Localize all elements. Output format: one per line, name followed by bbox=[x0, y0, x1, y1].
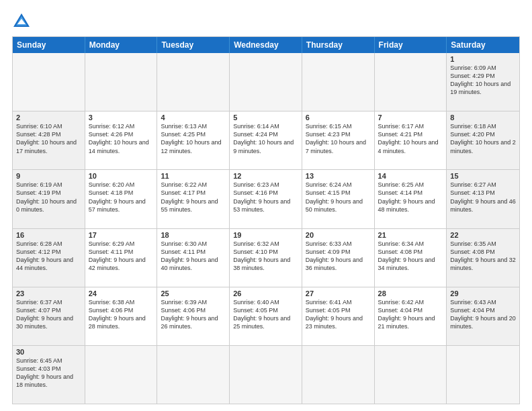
day-info: Sunrise: 6:10 AM Sunset: 4:28 PM Dayligh… bbox=[16, 122, 81, 155]
day-number: 8 bbox=[450, 113, 516, 122]
day-number: 14 bbox=[378, 172, 443, 180]
calendar-row-1: 2Sunrise: 6:10 AM Sunset: 4:28 PM Daylig… bbox=[13, 111, 519, 169]
calendar-cell: 6Sunrise: 6:15 AM Sunset: 4:23 PM Daylig… bbox=[302, 111, 375, 169]
day-info: Sunrise: 6:30 AM Sunset: 4:11 PM Dayligh… bbox=[161, 240, 226, 273]
calendar-cell: 5Sunrise: 6:14 AM Sunset: 4:24 PM Daylig… bbox=[230, 111, 302, 169]
day-number: 4 bbox=[161, 113, 226, 122]
calendar-cell bbox=[230, 53, 302, 111]
day-info: Sunrise: 6:23 AM Sunset: 4:16 PM Dayligh… bbox=[233, 181, 298, 214]
calendar-cell bbox=[302, 53, 375, 111]
header-day-thursday: Thursday bbox=[302, 37, 375, 53]
calendar-cell bbox=[375, 53, 447, 111]
calendar-cell bbox=[13, 53, 85, 111]
day-number: 2 bbox=[16, 113, 81, 122]
calendar-cell: 23Sunrise: 6:37 AM Sunset: 4:07 PM Dayli… bbox=[13, 287, 85, 345]
calendar-cell: 4Sunrise: 6:13 AM Sunset: 4:25 PM Daylig… bbox=[157, 111, 230, 169]
day-number: 10 bbox=[89, 172, 154, 180]
calendar-header: SundayMondayTuesdayWednesdayThursdayFrid… bbox=[13, 37, 519, 53]
calendar-cell bbox=[447, 346, 519, 404]
day-number: 3 bbox=[89, 113, 154, 122]
calendar-cell: 25Sunrise: 6:39 AM Sunset: 4:06 PM Dayli… bbox=[157, 287, 230, 345]
calendar-cell: 26Sunrise: 6:40 AM Sunset: 4:05 PM Dayli… bbox=[230, 287, 302, 345]
day-info: Sunrise: 6:38 AM Sunset: 4:06 PM Dayligh… bbox=[89, 298, 154, 331]
day-info: Sunrise: 6:40 AM Sunset: 4:05 PM Dayligh… bbox=[233, 298, 298, 331]
header-day-saturday: Saturday bbox=[447, 37, 519, 53]
day-info: Sunrise: 6:41 AM Sunset: 4:05 PM Dayligh… bbox=[306, 298, 371, 331]
day-info: Sunrise: 6:45 AM Sunset: 4:03 PM Dayligh… bbox=[16, 357, 81, 390]
header-day-wednesday: Wednesday bbox=[230, 37, 302, 53]
calendar-cell: 13Sunrise: 6:24 AM Sunset: 4:15 PM Dayli… bbox=[302, 170, 375, 228]
day-number: 1 bbox=[450, 55, 516, 63]
calendar-cell: 3Sunrise: 6:12 AM Sunset: 4:26 PM Daylig… bbox=[85, 111, 158, 169]
day-number: 19 bbox=[233, 231, 298, 239]
calendar-cell: 29Sunrise: 6:43 AM Sunset: 4:04 PM Dayli… bbox=[447, 287, 519, 345]
calendar-cell: 2Sunrise: 6:10 AM Sunset: 4:28 PM Daylig… bbox=[13, 111, 85, 169]
calendar-cell: 24Sunrise: 6:38 AM Sunset: 4:06 PM Dayli… bbox=[85, 287, 158, 345]
calendar-cell: 9Sunrise: 6:19 AM Sunset: 4:19 PM Daylig… bbox=[13, 170, 85, 228]
calendar-cell: 21Sunrise: 6:34 AM Sunset: 4:08 PM Dayli… bbox=[375, 229, 447, 287]
day-number: 30 bbox=[16, 348, 81, 356]
calendar-cell: 10Sunrise: 6:20 AM Sunset: 4:18 PM Dayli… bbox=[85, 170, 158, 228]
calendar-cell: 18Sunrise: 6:30 AM Sunset: 4:11 PM Dayli… bbox=[157, 229, 230, 287]
page: SundayMondayTuesdayWednesdayThursdayFrid… bbox=[0, 0, 532, 411]
header-day-tuesday: Tuesday bbox=[157, 37, 230, 53]
logo-icon bbox=[12, 12, 31, 31]
day-number: 26 bbox=[233, 289, 298, 298]
day-number: 25 bbox=[161, 289, 226, 298]
day-info: Sunrise: 6:14 AM Sunset: 4:24 PM Dayligh… bbox=[233, 122, 298, 155]
calendar-row-4: 23Sunrise: 6:37 AM Sunset: 4:07 PM Dayli… bbox=[13, 287, 519, 345]
day-info: Sunrise: 6:35 AM Sunset: 4:08 PM Dayligh… bbox=[450, 240, 516, 273]
calendar-cell: 16Sunrise: 6:28 AM Sunset: 4:12 PM Dayli… bbox=[13, 229, 85, 287]
calendar: SundayMondayTuesdayWednesdayThursdayFrid… bbox=[12, 36, 520, 404]
header-day-sunday: Sunday bbox=[13, 37, 85, 53]
day-info: Sunrise: 6:27 AM Sunset: 4:13 PM Dayligh… bbox=[450, 181, 516, 214]
day-number: 21 bbox=[378, 231, 443, 239]
day-info: Sunrise: 6:25 AM Sunset: 4:14 PM Dayligh… bbox=[378, 181, 443, 214]
calendar-cell bbox=[157, 346, 230, 404]
calendar-cell: 1Sunrise: 6:09 AM Sunset: 4:29 PM Daylig… bbox=[447, 53, 519, 111]
calendar-cell bbox=[302, 346, 375, 404]
calendar-cell bbox=[85, 346, 158, 404]
calendar-cell: 12Sunrise: 6:23 AM Sunset: 4:16 PM Dayli… bbox=[230, 170, 302, 228]
day-info: Sunrise: 6:22 AM Sunset: 4:17 PM Dayligh… bbox=[161, 181, 226, 214]
calendar-cell: 8Sunrise: 6:18 AM Sunset: 4:20 PM Daylig… bbox=[447, 111, 519, 169]
calendar-cell bbox=[230, 346, 302, 404]
day-number: 13 bbox=[306, 172, 371, 180]
calendar-cell: 28Sunrise: 6:42 AM Sunset: 4:04 PM Dayli… bbox=[375, 287, 447, 345]
calendar-cell: 15Sunrise: 6:27 AM Sunset: 4:13 PM Dayli… bbox=[447, 170, 519, 228]
header-day-friday: Friday bbox=[375, 37, 447, 53]
day-info: Sunrise: 6:18 AM Sunset: 4:20 PM Dayligh… bbox=[450, 122, 516, 155]
day-number: 24 bbox=[89, 289, 154, 298]
day-info: Sunrise: 6:37 AM Sunset: 4:07 PM Dayligh… bbox=[16, 298, 81, 331]
calendar-body: 1Sunrise: 6:09 AM Sunset: 4:29 PM Daylig… bbox=[13, 53, 519, 404]
calendar-row-5: 30Sunrise: 6:45 AM Sunset: 4:03 PM Dayli… bbox=[13, 345, 519, 404]
day-info: Sunrise: 6:28 AM Sunset: 4:12 PM Dayligh… bbox=[16, 240, 81, 273]
calendar-cell: 11Sunrise: 6:22 AM Sunset: 4:17 PM Dayli… bbox=[157, 170, 230, 228]
day-info: Sunrise: 6:12 AM Sunset: 4:26 PM Dayligh… bbox=[89, 122, 154, 155]
calendar-row-2: 9Sunrise: 6:19 AM Sunset: 4:19 PM Daylig… bbox=[13, 169, 519, 228]
day-info: Sunrise: 6:17 AM Sunset: 4:21 PM Dayligh… bbox=[378, 122, 443, 155]
day-number: 27 bbox=[306, 289, 371, 298]
calendar-cell: 19Sunrise: 6:32 AM Sunset: 4:10 PM Dayli… bbox=[230, 229, 302, 287]
calendar-cell bbox=[157, 53, 230, 111]
day-number: 22 bbox=[450, 231, 516, 239]
header bbox=[12, 12, 520, 31]
day-info: Sunrise: 6:42 AM Sunset: 4:04 PM Dayligh… bbox=[378, 298, 443, 331]
day-info: Sunrise: 6:34 AM Sunset: 4:08 PM Dayligh… bbox=[378, 240, 443, 273]
day-number: 23 bbox=[16, 289, 81, 298]
day-number: 15 bbox=[450, 172, 516, 180]
day-number: 12 bbox=[233, 172, 298, 180]
day-number: 7 bbox=[378, 113, 443, 122]
day-number: 18 bbox=[161, 231, 226, 239]
logo bbox=[12, 12, 34, 31]
calendar-cell: 22Sunrise: 6:35 AM Sunset: 4:08 PM Dayli… bbox=[447, 229, 519, 287]
day-number: 9 bbox=[16, 172, 81, 180]
day-number: 6 bbox=[306, 113, 371, 122]
calendar-cell: 17Sunrise: 6:29 AM Sunset: 4:11 PM Dayli… bbox=[85, 229, 158, 287]
day-info: Sunrise: 6:19 AM Sunset: 4:19 PM Dayligh… bbox=[16, 181, 81, 214]
calendar-cell: 30Sunrise: 6:45 AM Sunset: 4:03 PM Dayli… bbox=[13, 346, 85, 404]
calendar-cell: 27Sunrise: 6:41 AM Sunset: 4:05 PM Dayli… bbox=[302, 287, 375, 345]
day-info: Sunrise: 6:39 AM Sunset: 4:06 PM Dayligh… bbox=[161, 298, 226, 331]
calendar-cell bbox=[85, 53, 158, 111]
day-info: Sunrise: 6:20 AM Sunset: 4:18 PM Dayligh… bbox=[89, 181, 154, 214]
